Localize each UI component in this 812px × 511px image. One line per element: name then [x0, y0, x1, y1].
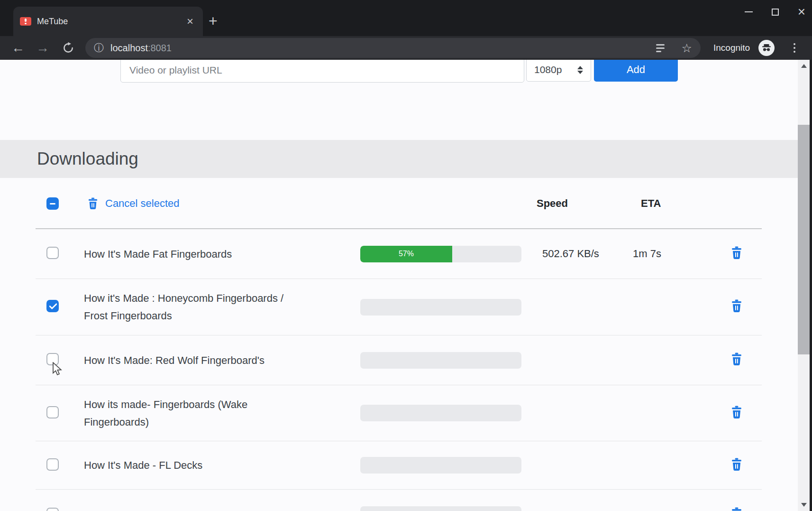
select-arrows-icon: [577, 66, 583, 74]
progress-bar: [360, 405, 521, 421]
delete-download-button[interactable]: [731, 299, 742, 313]
page-content: 1080p Add Downloading: [0, 60, 812, 511]
incognito-label: Incognito: [713, 36, 750, 60]
url-text: localhost:8081: [110, 43, 172, 54]
window-controls: ×: [745, 5, 805, 19]
site-info-icon[interactable]: ⓘ: [94, 41, 104, 55]
section-title: Downloading: [37, 149, 138, 169]
add-button[interactable]: Add: [594, 60, 678, 82]
tab-strip: MeTube × + ×: [0, 0, 812, 36]
download-title: How It's Made: Red Wolf Fingerboard's: [84, 352, 360, 369]
browser-toolbar: ← → ⓘ localhost:8081 ☆ Incognito: [0, 36, 812, 60]
download-title: How its made- Fingerboards (Wake Fingerb…: [84, 396, 360, 431]
reload-button[interactable]: [61, 36, 76, 60]
delete-download-button[interactable]: [731, 458, 742, 471]
delete-download-button[interactable]: [731, 246, 742, 260]
progress-bar: [360, 352, 521, 369]
quality-selected-value: 1080p: [534, 64, 562, 75]
address-bar[interactable]: ⓘ localhost:8081 ☆: [85, 38, 701, 58]
window-close-button[interactable]: ×: [798, 6, 805, 18]
progress-percent-label: 57%: [399, 250, 414, 258]
scrollbar-up-arrow-icon[interactable]: [801, 64, 807, 68]
download-title: How It's Made Fat Fingerboards: [84, 245, 360, 263]
select-all-checkbox[interactable]: [46, 197, 59, 210]
browser-window: MeTube × + × ← → ⓘ localhost:8081 ☆ Inco…: [0, 0, 812, 511]
back-button[interactable]: ←: [10, 36, 26, 60]
download-row: How It's Made: Red Wolf Fingerboard's: [36, 335, 762, 385]
scrollbar-thumb[interactable]: [798, 125, 810, 354]
reload-icon: [62, 42, 74, 54]
download-row: How It's Made - FL Decks: [36, 441, 762, 490]
quality-select[interactable]: 1080p: [526, 60, 591, 82]
row-checkbox[interactable]: [46, 300, 59, 312]
progress-fill: 57%: [360, 246, 452, 262]
download-eta: 1m 7s: [633, 248, 731, 260]
download-row: [36, 490, 762, 511]
progress-bar: [360, 506, 521, 511]
browser-tab[interactable]: MeTube ×: [13, 7, 203, 36]
metube-favicon-icon: [20, 17, 31, 26]
progress-bar: [360, 299, 521, 316]
row-checkbox[interactable]: [46, 247, 59, 259]
downloads-table: Cancel selected Speed ETA How It's Made …: [36, 178, 762, 511]
download-row: How its made- Fingerboards (Wake Fingerb…: [36, 385, 762, 441]
download-title: How it's Made : Honeycomb Fingerboards /…: [84, 289, 360, 325]
tab-close-icon[interactable]: ×: [184, 16, 196, 27]
video-url-input[interactable]: [120, 60, 524, 83]
download-title: How It's Made - FL Decks: [84, 456, 360, 474]
delete-download-button[interactable]: [731, 406, 742, 419]
window-maximize-button[interactable]: [772, 9, 779, 16]
downloads-table-header: Cancel selected Speed ETA: [36, 178, 762, 229]
browser-menu-button[interactable]: [794, 36, 795, 60]
window-edge: [810, 60, 812, 511]
scrollbar-down-arrow-icon[interactable]: [801, 503, 807, 507]
download-row: How it's Made : Honeycomb Fingerboards /…: [36, 279, 762, 335]
row-checkbox[interactable]: [46, 406, 59, 418]
delete-download-button[interactable]: [731, 353, 742, 366]
progress-bar: [360, 457, 521, 474]
row-checkbox[interactable]: [46, 508, 59, 511]
trash-icon: [88, 197, 98, 210]
delete-download-button[interactable]: [731, 507, 742, 511]
incognito-badge-icon: [758, 40, 775, 56]
row-checkbox[interactable]: [46, 353, 59, 365]
cancel-selected-label: Cancel selected: [105, 197, 180, 210]
reading-list-icon[interactable]: [656, 44, 665, 52]
eta-column-header: ETA: [641, 178, 661, 229]
row-checkbox[interactable]: [46, 458, 59, 471]
forward-button[interactable]: →: [35, 36, 50, 60]
speed-column-header: Speed: [537, 178, 568, 229]
window-minimize-button[interactable]: [745, 11, 753, 12]
downloading-section-header: Downloading: [0, 140, 798, 178]
new-tab-button[interactable]: +: [209, 13, 218, 28]
cancel-selected-button[interactable]: Cancel selected: [88, 178, 180, 229]
download-speed: 502.67 KB/s: [542, 248, 633, 260]
progress-bar: 57%: [360, 246, 521, 262]
bookmark-star-icon[interactable]: ☆: [682, 41, 692, 55]
download-row: How It's Made Fat Fingerboards 57% 502.6…: [36, 229, 762, 279]
page-scrollbar[interactable]: [798, 60, 810, 511]
tab-title: MeTube: [37, 17, 184, 27]
